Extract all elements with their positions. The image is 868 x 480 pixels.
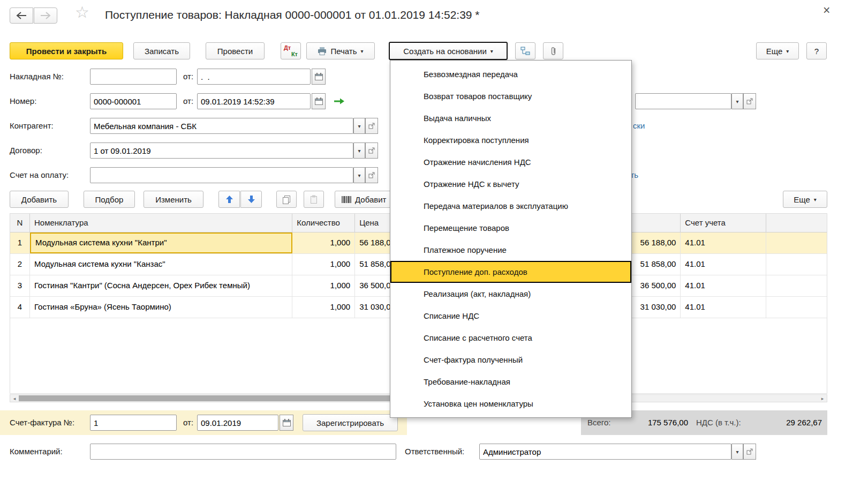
menu-item[interactable]: Выдача наличных (390, 107, 631, 129)
copy-rows-button[interactable] (276, 191, 297, 208)
print-button[interactable]: Печать ▾ (306, 42, 375, 59)
cell-extra[interactable] (766, 232, 827, 253)
help-button[interactable]: ? (806, 42, 827, 59)
move-up-button[interactable] (218, 191, 240, 208)
payment-account-open-button[interactable] (365, 167, 378, 183)
related-documents-button[interactable] (515, 42, 535, 59)
cell-nomenclature[interactable]: Гостиная "Кантри" (Сосна Андерсен, Орех … (30, 275, 292, 296)
header-n: N (10, 214, 30, 232)
counterparty-input[interactable] (90, 118, 353, 134)
cell-extra[interactable] (766, 275, 827, 296)
responsible-open-button[interactable] (743, 444, 756, 460)
cell-n[interactable]: 2 (10, 254, 30, 275)
menu-item-selected[interactable]: Поступление доп. расходов (390, 261, 631, 283)
cell-quantity[interactable]: 1,000 (292, 297, 355, 318)
cell-quantity[interactable]: 1,000 (292, 232, 355, 253)
cell-extra[interactable] (766, 297, 827, 318)
contract-open-button[interactable] (365, 142, 378, 159)
menu-item[interactable]: Возврат товаров поставщику (390, 85, 631, 107)
cell-total[interactable]: 31 030,00 (631, 297, 681, 318)
scroll-right-arrow[interactable]: ▸ (818, 395, 827, 402)
menu-item[interactable]: Списание НДС (390, 305, 631, 327)
set-time-arrow-icon[interactable] (333, 97, 345, 106)
close-icon[interactable]: × (823, 2, 830, 18)
create-based-on-button[interactable]: Создать на основании ▾ (389, 42, 508, 60)
cell-nomenclature-selected[interactable]: Модульная система кухни "Кантри" (30, 232, 292, 253)
menu-item[interactable]: Реализация (акт, накладная) (390, 283, 631, 305)
cell-extra[interactable] (766, 254, 827, 275)
menu-item[interactable]: Счет-фактура полученный (390, 349, 631, 371)
responsible-dropdown-button[interactable]: ▾ (731, 444, 743, 460)
invoice-date-footer-input[interactable] (197, 415, 278, 431)
more-button-table[interactable]: Еще ▾ (783, 191, 827, 208)
contract-input[interactable] (90, 142, 353, 159)
printer-icon (318, 47, 327, 55)
post-button[interactable]: Провести (206, 42, 265, 59)
menu-item[interactable]: Списание с расчетного счета (390, 327, 631, 349)
cell-nomenclature[interactable]: Модульная система кухни "Канзас" (30, 254, 292, 275)
pick-button[interactable]: Подбор (84, 191, 135, 208)
chevron-down-icon: ▾ (786, 48, 789, 54)
organization-dropdown-button[interactable]: ▾ (731, 93, 743, 109)
edit-row-button[interactable]: Изменить (144, 191, 203, 208)
add-row-button[interactable]: Добавить (10, 191, 69, 208)
paste-rows-button[interactable] (304, 191, 324, 208)
post-and-close-button[interactable]: Провести и закрыть (10, 42, 123, 59)
pick-label: Подбор (95, 195, 124, 204)
consignee-link-partial[interactable]: ски (633, 118, 645, 134)
invoice-number-input[interactable] (90, 415, 177, 431)
menu-item[interactable]: Безвозмездная передача (390, 63, 631, 85)
attachments-button[interactable] (543, 42, 563, 59)
payment-account-input[interactable] (90, 167, 353, 183)
write-button[interactable]: Записать (133, 42, 190, 59)
from-label-2: от: (183, 93, 193, 109)
document-date-input[interactable] (197, 93, 311, 109)
menu-item[interactable]: Передача материалов в эксплуатацию (390, 195, 631, 217)
organization-open-button[interactable] (743, 93, 756, 109)
move-down-button[interactable] (240, 191, 262, 208)
dtkt-postings-button[interactable]: Дт Кт (281, 42, 301, 59)
invoice-no-input[interactable] (90, 69, 177, 85)
cell-n[interactable]: 3 (10, 275, 30, 296)
counterparty-dropdown-button[interactable]: ▾ (353, 118, 365, 134)
invoice-no-label: Накладная №: (10, 69, 64, 85)
cell-account[interactable]: 41.01 (681, 232, 766, 253)
menu-item[interactable]: Отражение НДС к вычету (390, 173, 631, 195)
cell-account[interactable]: 41.01 (681, 275, 766, 296)
payment-account-dropdown-button[interactable]: ▾ (353, 167, 365, 183)
counterparty-open-button[interactable] (365, 118, 378, 134)
calendar-button-2[interactable] (312, 93, 326, 109)
invoice-date-input[interactable] (197, 69, 311, 85)
responsible-input[interactable] (479, 444, 731, 460)
calendar-button-1[interactable] (312, 69, 326, 85)
calendar-button-3[interactable] (280, 415, 293, 431)
back-button[interactable] (10, 8, 33, 24)
cell-account[interactable]: 41.01 (681, 254, 766, 275)
comment-input[interactable] (90, 444, 396, 460)
menu-item[interactable]: Отражение начисления НДС (390, 151, 631, 173)
more-button-top[interactable]: Еще ▾ (756, 42, 799, 59)
menu-item[interactable]: Платежное поручение (390, 239, 631, 261)
menu-item[interactable]: Корректировка поступления (390, 129, 631, 151)
page-title: Поступление товаров: Накладная 0000-0000… (105, 9, 480, 21)
number-input[interactable] (90, 93, 177, 109)
cell-n[interactable]: 4 (10, 297, 30, 318)
menu-item[interactable]: Требование-накладная (390, 371, 631, 393)
chevron-down-icon: ▾ (736, 449, 738, 455)
cell-account[interactable]: 41.01 (681, 297, 766, 318)
favorite-star-icon[interactable]: ☆ (75, 4, 89, 20)
contract-dropdown-button[interactable]: ▾ (353, 142, 365, 159)
menu-item[interactable]: Установка цен номенклатуры (390, 393, 631, 415)
cell-total[interactable]: 51 858,00 (631, 254, 681, 275)
cell-nomenclature[interactable]: Гостиная «Бруна» (Ясень Таормино) (30, 297, 292, 318)
cell-n[interactable]: 1 (10, 232, 30, 253)
cell-quantity[interactable]: 1,000 (292, 254, 355, 275)
register-invoice-button[interactable]: Зарегистрировать (303, 414, 398, 431)
cell-quantity[interactable]: 1,000 (292, 275, 355, 296)
menu-item[interactable]: Перемещение товаров (390, 217, 631, 239)
cell-total[interactable]: 56 188,00 (631, 232, 681, 253)
cell-total[interactable]: 36 500,00 (631, 275, 681, 296)
scroll-left-arrow[interactable]: ◂ (10, 395, 19, 402)
forward-button[interactable] (34, 8, 57, 24)
organization-input[interactable] (635, 93, 731, 109)
